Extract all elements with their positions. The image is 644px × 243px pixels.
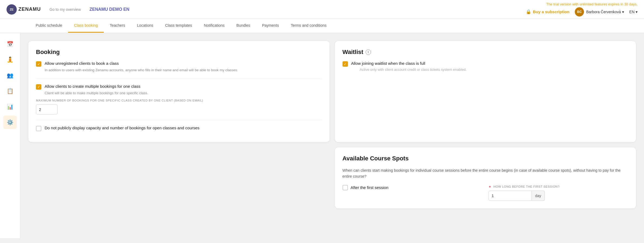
waitlist-label: Allow joining waitlist when the class is…: [351, 61, 425, 66]
clients-icon: 👥: [7, 72, 14, 79]
waitlist-title-row: Waitlist i: [343, 49, 629, 56]
reports-icon: 📋: [7, 88, 14, 94]
classes-icon: 🧘: [7, 56, 14, 63]
chevron-down-icon: ▾: [636, 10, 638, 14]
demo-label: ZENAMU DEMO EN: [89, 7, 130, 12]
left-spacer: [28, 147, 330, 208]
day-suffix: day: [532, 191, 545, 201]
sidebar-item-clients[interactable]: 👥: [3, 69, 17, 82]
avatar: BC: [575, 7, 584, 16]
sidebar-item-settings[interactable]: ⚙️: [3, 116, 17, 129]
waitlist-card: Waitlist i ✓ Allow joining waitlist when…: [335, 41, 636, 142]
booking-title: Booking: [36, 49, 322, 56]
multiple-bookings-label: Allow clients to create multiple booking…: [45, 84, 140, 89]
waitlist-info-icon[interactable]: i: [366, 49, 371, 55]
multiple-bookings-checkbox-row: ✓ Allow clients to create multiple booki…: [36, 84, 322, 96]
tab-locations[interactable]: Locations: [131, 19, 159, 33]
topbar: ZE ZENAMU Go to my overview ZENAMU DEMO …: [0, 0, 644, 19]
max-bookings-label: MAXIMUM NUMBER OF BOOKINGS FOR ONE SPECI…: [36, 99, 322, 102]
hide-capacity-checkbox[interactable]: [36, 126, 41, 131]
day-input[interactable]: [489, 191, 532, 201]
waitlist-desc: Active only with client account credit o…: [360, 68, 467, 72]
trial-message: The trial version with unlimited feature…: [546, 2, 638, 6]
after-session-group: After the first session: [343, 185, 482, 190]
multiple-bookings-label-group: Allow clients to create multiple booking…: [45, 84, 148, 96]
sidebar-item-reports[interactable]: 📋: [3, 84, 17, 98]
logo: ZE ZENAMU: [6, 4, 41, 15]
unregistered-label-group: Allow unregistered clients to book a cla…: [45, 61, 238, 73]
nav-tabs: Public schedule Class booking Teachers L…: [0, 19, 644, 33]
waitlist-title: Waitlist: [343, 49, 363, 56]
tab-notifications[interactable]: Notifications: [198, 19, 230, 33]
after-session-label: After the first session: [351, 185, 389, 190]
settings-icon: ⚙️: [7, 119, 14, 126]
tab-class-templates[interactable]: Class templates: [159, 19, 198, 33]
main-layout: 📅 🧘 👥 📋 📊 ⚙️ Booking ✓ Allow: [0, 33, 644, 238]
topbar-right: 🔒 Buy a subscription BC Barbora Červenko…: [526, 7, 638, 16]
logo-text: ZENAMU: [18, 6, 41, 12]
unregistered-checkbox-row: ✓ Allow unregistered clients to book a c…: [36, 61, 322, 73]
divider-1: [36, 78, 322, 79]
day-input-row: day: [489, 191, 628, 201]
unregistered-label: Allow unregistered clients to book a cla…: [45, 61, 119, 66]
hide-capacity-label: Do not publicly display capacity and num…: [45, 126, 200, 130]
user-area: BC Barbora Červenková ▾: [575, 7, 624, 16]
calendar-icon: 📅: [7, 41, 14, 47]
tab-bundles[interactable]: Bundles: [231, 19, 256, 33]
check-icon: ✓: [37, 85, 40, 89]
after-session-checkbox[interactable]: [343, 185, 348, 190]
course-spots-card: Available Course Spots When can clients …: [335, 147, 636, 208]
analytics-icon: 📊: [7, 103, 14, 110]
check-icon: ✓: [37, 62, 40, 66]
go-overview-link[interactable]: Go to my overview: [49, 7, 81, 12]
tab-public-schedule[interactable]: Public schedule: [30, 19, 68, 33]
multiple-bookings-checkbox[interactable]: ✓: [36, 84, 41, 90]
divider-2: [36, 120, 322, 120]
course-spots-title: Available Course Spots: [343, 155, 629, 162]
logo-circle: ZE: [6, 4, 17, 15]
hide-capacity-checkbox-row: Do not publicly display capacity and num…: [36, 126, 322, 131]
max-bookings-input[interactable]: [36, 104, 58, 114]
sidebar-item-classes[interactable]: 🧘: [3, 53, 17, 66]
unregistered-desc: In addition to users with existing Zenam…: [45, 68, 238, 73]
waitlist-label-group: Allow joining waitlist when the class is…: [351, 61, 467, 72]
how-long-label: ★ HOW LONG BEFORE THE FIRST SESSION?: [489, 185, 628, 188]
booking-card: Booking ✓ Allow unregistered clients to …: [28, 41, 330, 142]
sidebar-item-analytics[interactable]: 📊: [3, 100, 17, 113]
sidebar-item-calendar[interactable]: 📅: [3, 37, 17, 51]
check-icon: ✓: [344, 62, 347, 66]
lock-icon: 🔒: [526, 9, 531, 14]
waitlist-checkbox-row: ✓ Allow joining waitlist when the class …: [343, 61, 629, 72]
multiple-bookings-desc: Client will be able to make multiple boo…: [45, 90, 148, 96]
sidebar: 📅 🧘 👥 📋 📊 ⚙️: [0, 33, 20, 238]
required-star: ★: [489, 185, 492, 188]
buy-subscription-button[interactable]: 🔒 Buy a subscription: [526, 9, 569, 14]
tab-terms-conditions[interactable]: Terms and conditions: [285, 19, 332, 33]
tab-class-booking[interactable]: Class booking: [68, 19, 104, 33]
user-name[interactable]: Barbora Červenková ▾: [586, 10, 624, 14]
content: Booking ✓ Allow unregistered clients to …: [20, 33, 644, 238]
waitlist-checkbox[interactable]: ✓: [343, 61, 348, 67]
course-spots-desc: When can clients start making bookings f…: [343, 167, 629, 180]
course-spots-row: After the first session ★ HOW LONG BEFOR…: [343, 185, 629, 201]
unregistered-checkbox[interactable]: ✓: [36, 61, 41, 67]
chevron-down-icon: ▾: [622, 10, 624, 14]
how-long-group: ★ HOW LONG BEFORE THE FIRST SESSION? day: [489, 185, 628, 201]
tab-teachers[interactable]: Teachers: [104, 19, 131, 33]
language-selector[interactable]: EN ▾: [629, 10, 638, 14]
tab-payments[interactable]: Payments: [256, 19, 285, 33]
